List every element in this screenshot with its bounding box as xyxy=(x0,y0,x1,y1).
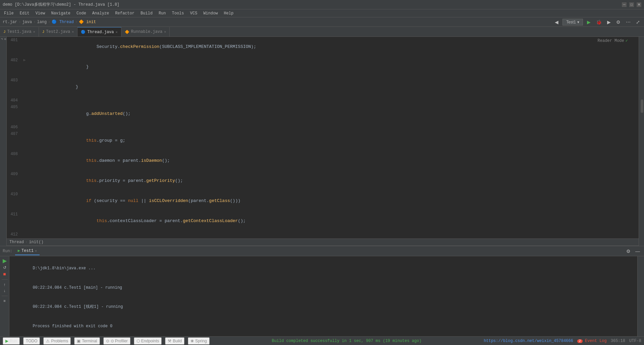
run-tab-test1[interactable]: ▶ Test1 ✕ xyxy=(15,247,40,255)
minimize-button[interactable]: ─ xyxy=(622,2,627,7)
line-code: this.priority = parent.getPriority(); xyxy=(27,171,639,191)
csdn-url[interactable]: https://blog.csdn.net/weixin_45784666 xyxy=(484,339,573,343)
table-row: 404 xyxy=(7,97,639,104)
tab-test2[interactable]: J Test2.java ✕ xyxy=(39,27,78,37)
menu-run[interactable]: Run xyxy=(156,10,169,16)
line-number: 406 xyxy=(7,124,22,131)
coverage-button[interactable]: ▶ xyxy=(606,19,612,25)
line-gutter xyxy=(22,97,27,104)
line-number: 408 xyxy=(7,151,22,171)
line-gutter xyxy=(22,131,27,151)
table-row: 412 else xyxy=(7,231,639,238)
menu-tools[interactable]: Tools xyxy=(169,10,187,16)
bottom-bc-init[interactable]: init() xyxy=(29,240,43,245)
line-number: 404 xyxy=(7,97,22,104)
more-button[interactable]: ⋯ xyxy=(625,19,632,25)
run-scroll-up-button[interactable]: ↑ xyxy=(2,282,7,287)
run-stop-button[interactable]: ■ xyxy=(2,271,7,277)
terminal-icon: ▣ xyxy=(77,339,80,343)
code-scroll[interactable]: 401 Security.checkPermission(SUBCLASS_IM… xyxy=(7,37,639,238)
bottom-breadcrumb: Thread › init() xyxy=(7,238,639,246)
menu-navigate[interactable]: Navigate xyxy=(48,10,73,16)
tab-label-runnable: Runnable.java xyxy=(131,29,163,34)
table-row: 401 Security.checkPermission(SUBCLASS_IM… xyxy=(7,37,639,57)
table-row: 402 ▷ } xyxy=(7,57,639,77)
menu-build[interactable]: Build xyxy=(138,10,155,16)
line-code: this.daemon = parent.isDaemon(); xyxy=(27,151,639,171)
tab-close-runnable[interactable]: ✕ xyxy=(164,30,166,34)
run-scroll-down-button[interactable]: ↓ xyxy=(2,288,7,293)
tab-label-test1: Test1.java xyxy=(7,29,32,34)
expand-button[interactable]: ⤢ xyxy=(635,19,641,25)
menu-view[interactable]: View xyxy=(33,10,48,16)
tab-close-test1[interactable]: ✕ xyxy=(33,30,35,34)
title-text: demo [D:\Java多线程学习\demo2] - Thread.java … xyxy=(3,2,119,7)
run-label: Run: xyxy=(3,249,12,254)
run-close-button[interactable]: — xyxy=(634,249,641,254)
line-number: 410 xyxy=(7,191,22,211)
problems-label: Problems xyxy=(51,339,68,343)
tab-runnable[interactable]: 🔶 Runnable.java ✕ xyxy=(121,27,170,37)
code-table: 401 Security.checkPermission(SUBCLASS_IM… xyxy=(7,37,639,238)
encoding-indicator[interactable]: UTF-8 xyxy=(629,339,641,343)
line-code: this.contextClassLoader = parent.getCont… xyxy=(27,211,639,231)
tab-close-test2[interactable]: ✕ xyxy=(72,30,74,34)
sidebar-project-icon[interactable]: Proj xyxy=(1,38,6,40)
run-settings-button[interactable]: ⚙ xyxy=(625,249,632,254)
nav-right-tools: ◀ Test1 ▾ ▶ 🐞 ▶ ⚙ ⋯ ⤢ xyxy=(553,19,641,25)
debug-button[interactable]: 🐞 xyxy=(595,19,603,25)
run-play-button[interactable]: ▶ xyxy=(1,258,8,264)
breadcrumb-lang[interactable]: lang xyxy=(37,20,47,24)
menu-refactor[interactable]: Refactor xyxy=(112,10,137,16)
menu-file[interactable]: File xyxy=(1,10,16,16)
breadcrumb-init[interactable]: 🔶 init xyxy=(79,19,96,24)
menu-analyze[interactable]: Analyze xyxy=(90,10,112,16)
line-gutter xyxy=(22,77,27,97)
breadcrumb-rtjar[interactable]: rt.jar xyxy=(3,20,17,24)
bottom-bc-thread[interactable]: Thread xyxy=(9,240,24,245)
line-code xyxy=(27,124,639,131)
left-sidebar: Proj xyxy=(0,37,7,246)
run-config-label: Test1 xyxy=(566,20,576,24)
title-bar: demo [D:\Java多线程学习\demo2] - Thread.java … xyxy=(0,0,644,9)
run-tools-divider2 xyxy=(2,296,8,296)
run-button[interactable]: ▶ xyxy=(586,19,592,25)
breadcrumb-java[interactable]: java xyxy=(22,20,32,24)
run-tab-close[interactable]: ✕ xyxy=(35,249,37,253)
tab-thread[interactable]: 🔵 Thread.java ✕ xyxy=(77,27,121,37)
nav-back-button[interactable]: ◀ xyxy=(553,19,560,25)
settings-button[interactable]: ⚙ xyxy=(615,19,622,25)
run-status-button[interactable]: ▶ Run xyxy=(3,337,20,345)
tab-close-thread[interactable]: ✕ xyxy=(116,30,118,34)
tab-test1[interactable]: J Test1.java ✕ xyxy=(0,27,39,37)
run-icon-status: ▶ xyxy=(5,339,8,343)
run-config-button[interactable]: Test1 ▾ xyxy=(562,19,583,25)
spring-button[interactable]: ❀ Spring xyxy=(188,337,210,345)
run-wrap-button[interactable]: ≡ xyxy=(2,299,7,303)
todo-button[interactable]: TODO xyxy=(23,337,40,345)
problems-button[interactable]: ⚠ Problems xyxy=(43,337,71,345)
menu-window[interactable]: Window xyxy=(201,10,220,16)
output-line-5: Process finished with exit code 0 xyxy=(13,317,633,336)
breadcrumb-thread[interactable]: 🔵 Thread xyxy=(52,19,73,24)
endpoints-button[interactable]: ⬡ Endpoints xyxy=(134,337,162,345)
profiler-button[interactable]: ⊙ ⊙ Profiler xyxy=(103,337,130,345)
endpoints-icon: ⬡ xyxy=(137,339,140,343)
run-tab-label: Test1 xyxy=(21,249,34,253)
endpoints-label: Endpoints xyxy=(141,339,159,343)
menu-code[interactable]: Code xyxy=(74,10,89,16)
build-button[interactable]: ⚒ Build xyxy=(165,337,184,345)
scrollbar-thumb[interactable] xyxy=(641,99,643,113)
run-rerun-button[interactable]: ↺ xyxy=(2,265,8,270)
maximize-button[interactable]: □ xyxy=(629,2,634,7)
build-status-center: Build completed successfully in 1 sec, 9… xyxy=(210,338,484,343)
terminal-button[interactable]: ▣ Terminal xyxy=(74,337,100,345)
menu-edit[interactable]: Edit xyxy=(17,10,32,16)
profiler-icon: ⊙ xyxy=(106,339,109,343)
menu-help[interactable]: Help xyxy=(221,10,236,16)
line-code xyxy=(27,97,639,104)
run-content: ▶ ↺ ■ ↑ ↓ ≡ D:\jdk1.8\bin\java.exe ... 0… xyxy=(0,256,644,336)
close-button[interactable]: ✕ xyxy=(637,2,641,7)
line-number: 403 xyxy=(7,77,22,97)
menu-vcs[interactable]: VCS xyxy=(187,10,200,16)
